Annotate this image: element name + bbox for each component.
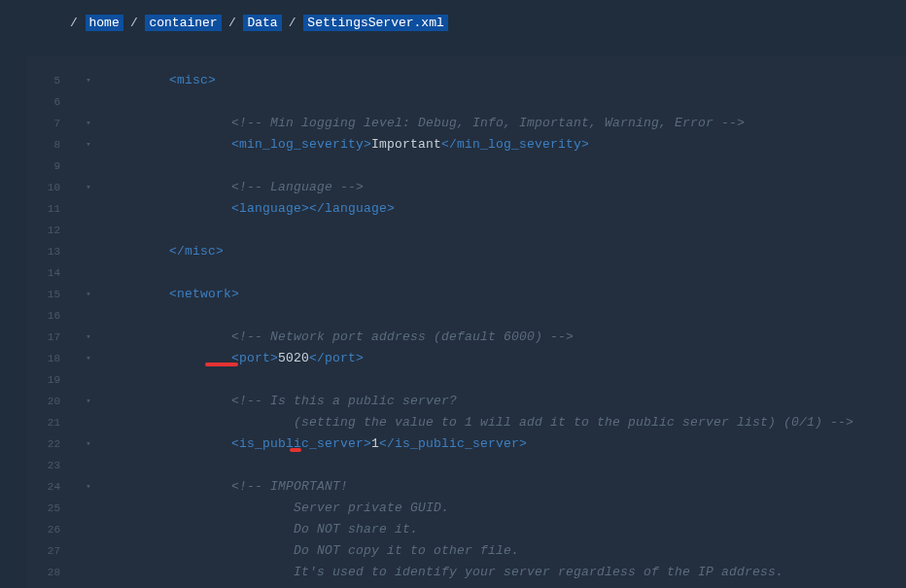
line-number: 13 <box>27 241 70 262</box>
line-number: 15 <box>27 284 70 305</box>
fold-toggle[interactable]: ▾ <box>70 113 107 134</box>
crumb-file[interactable]: SettingsServer.xml <box>303 15 447 31</box>
code-line[interactable]: <!-- IMPORTANT! <box>107 476 906 498</box>
line-number: 25 <box>27 498 70 519</box>
line-number: 24 <box>27 476 70 498</box>
line-number: 22 <box>27 433 70 455</box>
code-line[interactable] <box>107 455 906 476</box>
code-line[interactable] <box>107 262 906 284</box>
fold-toggle[interactable]: ▾ <box>70 391 107 412</box>
fold-toggle[interactable]: ▾ <box>70 70 107 91</box>
fold-toggle[interactable]: ▾ <box>70 433 107 455</box>
fold-toggle <box>70 519 107 540</box>
line-gutter: 5678910111213141516171819202122232425262… <box>27 56 70 588</box>
fold-toggle <box>70 412 107 433</box>
crumb-container[interactable]: container <box>145 15 221 31</box>
code-line[interactable]: <is_public_server>1</is_public_server> <box>107 433 906 455</box>
code-line[interactable]: <misc> <box>107 70 906 91</box>
crumb-data[interactable]: Data <box>243 15 281 31</box>
code-line[interactable] <box>107 369 906 391</box>
fold-toggle <box>70 562 107 583</box>
line-number: 12 <box>27 220 70 241</box>
line-number: 10 <box>27 177 70 198</box>
code-line[interactable]: Do NOT share it. <box>107 519 906 540</box>
line-number <box>27 583 70 588</box>
line-number: 5 <box>27 70 70 91</box>
code-line[interactable]: <network> <box>107 284 906 305</box>
crumb-sep: / <box>70 16 78 30</box>
line-number: 7 <box>27 113 70 134</box>
code-line[interactable]: <language></language> <box>107 198 906 220</box>
annotation-underline <box>290 448 301 452</box>
fold-toggle <box>70 198 107 220</box>
code-line[interactable] <box>107 156 906 177</box>
code-line[interactable]: (setting the value to 1 will add it to t… <box>107 412 906 433</box>
crumb-sep: / <box>130 16 138 30</box>
fold-toggle[interactable]: ▾ <box>70 348 107 369</box>
code-editor[interactable]: 5678910111213141516171819202122232425262… <box>27 56 906 588</box>
fold-toggle <box>70 305 107 327</box>
code-line[interactable]: </misc> <box>107 241 906 262</box>
code-line[interactable]: <!-- Min logging level: Debug, Info, Imp… <box>107 113 906 134</box>
fold-toggle <box>70 220 107 241</box>
fold-toggle <box>70 241 107 262</box>
code-line[interactable]: Server private GUID. <box>107 498 906 519</box>
line-number: 6 <box>27 91 70 113</box>
line-number: 21 <box>27 412 70 433</box>
code-line[interactable]: <min_log_severity>Important</min_log_sev… <box>107 134 906 156</box>
fold-gutter[interactable]: ▾▾▾▾▾▾▾▾▾▾ <box>70 56 107 588</box>
crumb-sep: / <box>289 16 296 30</box>
line-number: 18 <box>27 348 70 369</box>
line-number: 17 <box>27 327 70 348</box>
fold-toggle[interactable]: ▾ <box>70 476 107 498</box>
fold-toggle <box>70 156 107 177</box>
code-line[interactable] <box>107 91 906 113</box>
line-number: 9 <box>27 156 70 177</box>
crumb-sep: / <box>228 16 236 30</box>
crumb-home[interactable]: home <box>86 15 123 31</box>
line-number: 8 <box>27 134 70 156</box>
annotation-underline <box>205 363 238 366</box>
line-number: 11 <box>27 198 70 220</box>
fold-toggle[interactable]: ▾ <box>70 327 107 348</box>
line-number: 16 <box>27 305 70 327</box>
code-line[interactable]: Leave this field empty so the game serve… <box>107 583 906 588</box>
line-number: 28 <box>27 562 70 583</box>
code-line[interactable]: <!-- Is this a public server? <box>107 391 906 412</box>
fold-toggle[interactable]: ▾ <box>70 134 107 156</box>
code-line[interactable]: <!-- Language --> <box>107 177 906 198</box>
fold-toggle <box>70 540 107 562</box>
fold-toggle <box>70 91 107 113</box>
line-number: 26 <box>27 519 70 540</box>
breadcrumb: / home / container / Data / SettingsServ… <box>0 0 906 42</box>
fold-toggle <box>70 455 107 476</box>
fold-toggle <box>70 262 107 284</box>
line-number: 27 <box>27 540 70 562</box>
fold-toggle[interactable]: ▾ <box>70 177 107 198</box>
code-line[interactable]: <!-- Network port address (default 6000)… <box>107 327 906 348</box>
code-line[interactable] <box>107 305 906 327</box>
code-area[interactable]: <misc> <!-- Min logging level: Debug, In… <box>107 56 906 588</box>
fold-toggle <box>70 369 107 391</box>
line-number: 19 <box>27 369 70 391</box>
line-number: 20 <box>27 391 70 412</box>
line-number: 23 <box>27 455 70 476</box>
code-line[interactable] <box>107 220 906 241</box>
fold-toggle[interactable]: ▾ <box>70 284 107 305</box>
code-line[interactable]: Do NOT copy it to other file. <box>107 540 906 562</box>
fold-toggle <box>70 583 107 588</box>
line-number: 14 <box>27 262 70 284</box>
code-line[interactable]: It's used to identify your server regard… <box>107 562 906 583</box>
fold-toggle <box>70 498 107 519</box>
